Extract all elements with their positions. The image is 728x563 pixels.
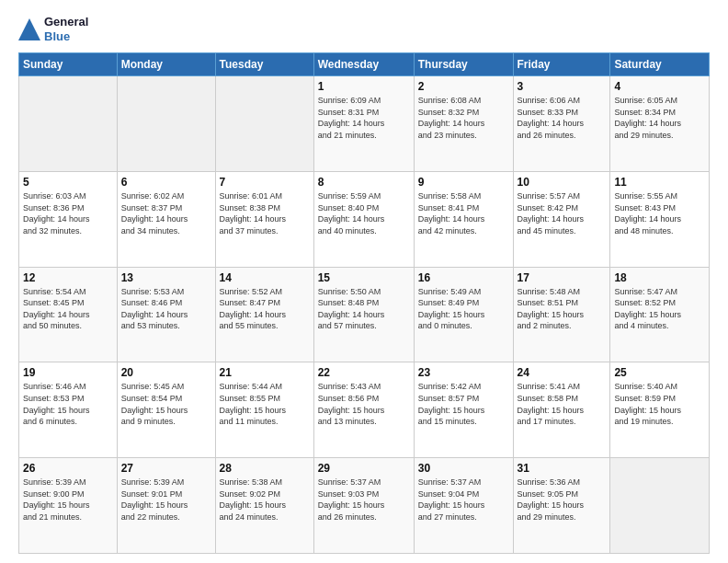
day-of-week-friday: Friday <box>513 53 610 76</box>
day-info: Sunrise: 6:02 AM Sunset: 8:37 PM Dayligh… <box>121 190 211 236</box>
day-number: 27 <box>121 462 211 475</box>
calendar-cell: 29Sunrise: 5:37 AM Sunset: 9:03 PM Dayli… <box>313 458 414 554</box>
calendar-cell: 27Sunrise: 5:39 AM Sunset: 9:01 PM Dayli… <box>117 458 215 554</box>
calendar-cell: 17Sunrise: 5:48 AM Sunset: 8:51 PM Dayli… <box>513 267 610 362</box>
day-number: 7 <box>220 176 310 189</box>
calendar-cell: 7Sunrise: 6:01 AM Sunset: 8:38 PM Daylig… <box>215 171 313 267</box>
day-info: Sunrise: 5:58 AM Sunset: 8:41 PM Dayligh… <box>418 190 509 236</box>
day-info: Sunrise: 5:38 AM Sunset: 9:02 PM Dayligh… <box>220 477 310 523</box>
day-number: 30 <box>418 462 509 475</box>
day-info: Sunrise: 5:53 AM Sunset: 8:46 PM Dayligh… <box>121 286 211 332</box>
day-number: 26 <box>23 462 113 475</box>
day-info: Sunrise: 5:43 AM Sunset: 8:56 PM Dayligh… <box>318 381 410 427</box>
week-row-4: 19Sunrise: 5:46 AM Sunset: 8:53 PM Dayli… <box>19 362 710 458</box>
day-info: Sunrise: 5:42 AM Sunset: 8:57 PM Dayligh… <box>418 381 509 427</box>
day-info: Sunrise: 5:37 AM Sunset: 9:04 PM Dayligh… <box>418 477 509 523</box>
week-row-1: 1Sunrise: 6:09 AM Sunset: 8:31 PM Daylig… <box>19 76 710 172</box>
day-number: 4 <box>614 80 705 93</box>
day-number: 12 <box>23 271 113 284</box>
day-number: 18 <box>614 271 705 284</box>
day-info: Sunrise: 6:01 AM Sunset: 8:38 PM Dayligh… <box>220 190 310 236</box>
calendar-cell: 30Sunrise: 5:37 AM Sunset: 9:04 PM Dayli… <box>414 458 513 554</box>
calendar-cell: 28Sunrise: 5:38 AM Sunset: 9:02 PM Dayli… <box>215 458 313 554</box>
logo-text: GeneralBlue <box>44 15 88 43</box>
calendar-cell: 8Sunrise: 5:59 AM Sunset: 8:40 PM Daylig… <box>313 171 414 267</box>
calendar-cell: 6Sunrise: 6:02 AM Sunset: 8:37 PM Daylig… <box>117 171 215 267</box>
day-of-week-sunday: Sunday <box>19 53 118 76</box>
day-number: 3 <box>518 80 607 93</box>
day-info: Sunrise: 5:59 AM Sunset: 8:40 PM Dayligh… <box>318 190 410 236</box>
day-info: Sunrise: 5:41 AM Sunset: 8:58 PM Dayligh… <box>518 381 607 427</box>
day-info: Sunrise: 5:37 AM Sunset: 9:03 PM Dayligh… <box>318 477 410 523</box>
calendar-cell: 23Sunrise: 5:42 AM Sunset: 8:57 PM Dayli… <box>414 362 513 458</box>
calendar-cell <box>19 76 118 172</box>
calendar-cell <box>610 458 710 554</box>
calendar-cell: 5Sunrise: 6:03 AM Sunset: 8:36 PM Daylig… <box>19 171 118 267</box>
day-info: Sunrise: 5:40 AM Sunset: 8:59 PM Dayligh… <box>614 381 705 427</box>
day-info: Sunrise: 6:09 AM Sunset: 8:31 PM Dayligh… <box>318 95 410 141</box>
calendar-cell: 13Sunrise: 5:53 AM Sunset: 8:46 PM Dayli… <box>117 267 215 362</box>
calendar-cell: 9Sunrise: 5:58 AM Sunset: 8:41 PM Daylig… <box>414 171 513 267</box>
day-info: Sunrise: 6:08 AM Sunset: 8:32 PM Dayligh… <box>418 95 509 141</box>
header: GeneralBlue <box>18 15 710 43</box>
day-number: 9 <box>418 176 509 189</box>
day-info: Sunrise: 5:55 AM Sunset: 8:43 PM Dayligh… <box>614 190 705 236</box>
day-info: Sunrise: 6:03 AM Sunset: 8:36 PM Dayligh… <box>23 190 113 236</box>
day-number: 20 <box>121 366 211 379</box>
day-number: 21 <box>220 366 310 379</box>
day-info: Sunrise: 5:49 AM Sunset: 8:49 PM Dayligh… <box>418 286 509 332</box>
day-info: Sunrise: 6:05 AM Sunset: 8:34 PM Dayligh… <box>614 95 705 141</box>
calendar-cell: 10Sunrise: 5:57 AM Sunset: 8:42 PM Dayli… <box>513 171 610 267</box>
day-number: 8 <box>318 176 410 189</box>
day-number: 1 <box>318 80 410 93</box>
day-info: Sunrise: 5:47 AM Sunset: 8:52 PM Dayligh… <box>614 286 705 332</box>
day-number: 11 <box>614 176 705 189</box>
calendar-cell: 2Sunrise: 6:08 AM Sunset: 8:32 PM Daylig… <box>414 76 513 172</box>
day-number: 17 <box>518 271 607 284</box>
day-of-week-wednesday: Wednesday <box>313 53 414 76</box>
week-row-5: 26Sunrise: 5:39 AM Sunset: 9:00 PM Dayli… <box>19 458 710 554</box>
day-info: Sunrise: 5:57 AM Sunset: 8:42 PM Dayligh… <box>518 190 607 236</box>
calendar-cell: 19Sunrise: 5:46 AM Sunset: 8:53 PM Dayli… <box>19 362 118 458</box>
day-of-week-tuesday: Tuesday <box>215 53 313 76</box>
day-number: 10 <box>518 176 607 189</box>
days-header-row: SundayMondayTuesdayWednesdayThursdayFrid… <box>19 53 710 76</box>
calendar-cell: 22Sunrise: 5:43 AM Sunset: 8:56 PM Dayli… <box>313 362 414 458</box>
calendar-cell: 11Sunrise: 5:55 AM Sunset: 8:43 PM Dayli… <box>610 171 710 267</box>
week-row-2: 5Sunrise: 6:03 AM Sunset: 8:36 PM Daylig… <box>19 171 710 267</box>
day-number: 15 <box>318 271 410 284</box>
day-of-week-saturday: Saturday <box>610 53 710 76</box>
calendar-cell: 4Sunrise: 6:05 AM Sunset: 8:34 PM Daylig… <box>610 76 710 172</box>
logo: GeneralBlue <box>18 15 88 43</box>
calendar-cell: 24Sunrise: 5:41 AM Sunset: 8:58 PM Dayli… <box>513 362 610 458</box>
day-info: Sunrise: 5:54 AM Sunset: 8:45 PM Dayligh… <box>23 286 113 332</box>
calendar-cell: 1Sunrise: 6:09 AM Sunset: 8:31 PM Daylig… <box>313 76 414 172</box>
calendar-cell: 26Sunrise: 5:39 AM Sunset: 9:00 PM Dayli… <box>19 458 118 554</box>
calendar-cell <box>215 76 313 172</box>
calendar-cell: 3Sunrise: 6:06 AM Sunset: 8:33 PM Daylig… <box>513 76 610 172</box>
day-number: 5 <box>23 176 113 189</box>
logo-svg-icon <box>18 18 40 40</box>
day-number: 16 <box>418 271 509 284</box>
day-number: 25 <box>614 366 705 379</box>
calendar-cell: 14Sunrise: 5:52 AM Sunset: 8:47 PM Dayli… <box>215 267 313 362</box>
day-number: 2 <box>418 80 509 93</box>
day-info: Sunrise: 5:52 AM Sunset: 8:47 PM Dayligh… <box>220 286 310 332</box>
calendar-cell: 18Sunrise: 5:47 AM Sunset: 8:52 PM Dayli… <box>610 267 710 362</box>
day-number: 24 <box>518 366 607 379</box>
calendar-cell: 20Sunrise: 5:45 AM Sunset: 8:54 PM Dayli… <box>117 362 215 458</box>
page: GeneralBlue SundayMondayTuesdayWednesday… <box>0 0 728 563</box>
calendar: SundayMondayTuesdayWednesdayThursdayFrid… <box>18 52 710 554</box>
day-number: 31 <box>518 462 607 475</box>
calendar-cell <box>117 76 215 172</box>
day-number: 29 <box>318 462 410 475</box>
calendar-cell: 15Sunrise: 5:50 AM Sunset: 8:48 PM Dayli… <box>313 267 414 362</box>
day-of-week-thursday: Thursday <box>414 53 513 76</box>
day-number: 19 <box>23 366 113 379</box>
calendar-cell: 21Sunrise: 5:44 AM Sunset: 8:55 PM Dayli… <box>215 362 313 458</box>
svg-marker-0 <box>18 18 40 40</box>
day-info: Sunrise: 5:46 AM Sunset: 8:53 PM Dayligh… <box>23 381 113 427</box>
day-info: Sunrise: 5:45 AM Sunset: 8:54 PM Dayligh… <box>121 381 211 427</box>
day-info: Sunrise: 5:36 AM Sunset: 9:05 PM Dayligh… <box>518 477 607 523</box>
day-info: Sunrise: 5:39 AM Sunset: 9:00 PM Dayligh… <box>23 477 113 523</box>
